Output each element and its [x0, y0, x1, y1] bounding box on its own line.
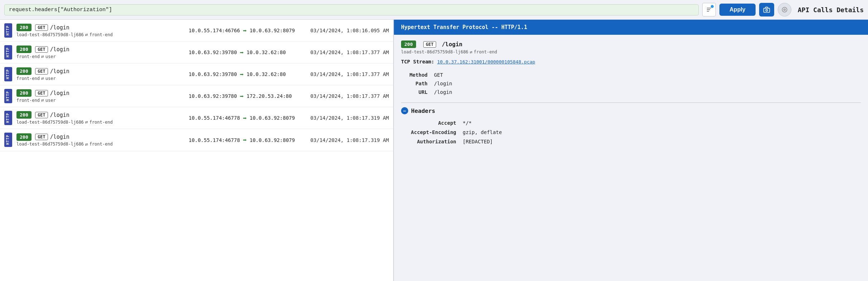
top-bar: request.headers["Authorization"] Apply A… — [0, 0, 868, 20]
api-call-row[interactable]: HTTP 200 GET /login front-end ⇄ user 10.… — [0, 42, 393, 63]
api-call-row[interactable]: HTTP 200 GET /login load-test-86d75759d8… — [0, 129, 393, 151]
row-meta: 200 GET /login front-end ⇄ user — [16, 67, 182, 81]
header-key: Authorization — [402, 137, 459, 146]
tcp-stream-row: TCP Stream: 10.0.37.162:31001/0000001058… — [401, 59, 861, 65]
filter-icon-button[interactable] — [702, 3, 716, 16]
detail-method-value: GET — [431, 71, 860, 79]
detail-method-key: Method — [402, 71, 430, 79]
method-badge: GET — [35, 112, 48, 118]
camera-button[interactable] — [759, 3, 774, 16]
detail-api-row: 200 GET /login — [401, 41, 861, 48]
apply-button[interactable]: Apply — [719, 4, 755, 16]
source-label: load-test-86d75759d8-lj686 — [16, 32, 84, 37]
detail-arrow-icon: ⇄ — [470, 49, 472, 54]
dst-ip: 172.20.53.24:80 — [247, 93, 292, 99]
filter-active-dot — [710, 5, 714, 8]
exchange-icon: ⇄ — [41, 54, 44, 59]
arrow-right-icon: ➡ — [240, 49, 244, 56]
dest-label: user — [45, 54, 56, 59]
dest-label: front-end — [90, 120, 113, 125]
http-badge: HTTP — [4, 45, 12, 59]
tcp-stream-label: TCP Stream: — [401, 59, 434, 65]
detail-url-value: /login — [431, 88, 860, 96]
header-key: Accept — [402, 119, 459, 127]
timestamp: 03/14/2024, 1:08:17.377 AM — [310, 49, 389, 55]
api-calls-list: HTTP 200 GET /login load-test-86d75759d8… — [0, 20, 394, 281]
filter-expression-input[interactable]: request.headers["Authorization"] — [4, 4, 699, 15]
headers-table: Accept */* Accept-Encoding gzip, deflate… — [401, 118, 861, 147]
api-call-row[interactable]: HTTP 200 GET /login front-end ⇄ user 10.… — [0, 63, 393, 85]
http-badge: HTTP — [4, 23, 12, 38]
path-text: /login — [50, 90, 69, 96]
headers-title-row: − Headers — [401, 107, 861, 114]
circle-target-button[interactable] — [778, 3, 791, 16]
header-row: Authorization [REDACTED] — [402, 137, 860, 146]
ip-section: 10.0.55.174:46766 ➡ 10.0.63.92:8079 — [189, 27, 303, 34]
exchange-icon: ⇄ — [85, 142, 88, 147]
details-panel: Hypertext Transfer Protocol -- HTTP/1.1 … — [394, 20, 868, 281]
path-text: /login — [50, 46, 69, 53]
status-badge: 200 — [16, 111, 32, 119]
ip-section: 10.0.55.174:46778 ➡ 10.0.63.92:8079 — [189, 114, 303, 122]
dst-ip: 10.0.63.92:8079 — [250, 28, 295, 33]
timestamp: 03/14/2024, 1:08:16.095 AM — [310, 28, 389, 33]
headers-section: − Headers Accept */* Accept-Encoding gzi… — [401, 107, 861, 147]
detail-path-key: Path — [402, 80, 430, 87]
path-text: /login — [50, 24, 69, 31]
api-call-row[interactable]: HTTP 200 GET /login load-test-86d75759d8… — [0, 107, 393, 129]
detail-method-row: Method GET — [402, 71, 860, 79]
detail-source-label: load-test-86d75759d8-lj686 — [401, 49, 468, 54]
api-call-row[interactable]: HTTP 200 GET /login front-end ⇄ user 10.… — [0, 85, 393, 107]
detail-properties-table: Method GET Path /login URL /login — [401, 70, 861, 97]
svg-point-5 — [782, 7, 787, 12]
path-text: /login — [50, 112, 69, 118]
detail-path-row: Path /login — [402, 80, 860, 87]
path-text: /login — [50, 134, 69, 140]
src-ip: 10.0.63.92:39780 — [189, 71, 237, 77]
method-badge: GET — [35, 68, 48, 75]
source-label: load-test-86d75759d8-lj686 — [16, 142, 84, 147]
source-label: front-end — [16, 98, 40, 103]
svg-point-4 — [766, 9, 767, 11]
header-key: Accept-Encoding — [402, 128, 459, 137]
dest-label: front-end — [90, 32, 113, 37]
row-bottom: front-end ⇄ user — [16, 97, 182, 103]
row-meta: 200 GET /login front-end ⇄ user — [16, 46, 182, 59]
row-bottom: front-end ⇄ user — [16, 76, 182, 81]
src-ip: 10.0.55.174:46778 — [189, 137, 240, 143]
arrow-right-icon: ➡ — [243, 136, 247, 144]
details-divider — [401, 103, 861, 103]
exchange-icon: ⇄ — [41, 97, 44, 103]
src-ip: 10.0.55.174:46766 — [189, 28, 240, 33]
dest-label: user — [45, 98, 56, 103]
exchange-icon: ⇄ — [41, 76, 44, 81]
header-value: [REDACTED] — [460, 137, 860, 146]
source-label: front-end — [16, 54, 40, 59]
row-bottom: front-end ⇄ user — [16, 54, 182, 59]
detail-status-badge: 200 — [401, 41, 416, 48]
collapse-headers-icon[interactable]: − — [401, 107, 408, 114]
ip-section: 10.0.63.92:39780 ➡ 10.0.32.62:80 — [189, 71, 303, 78]
api-call-row[interactable]: HTTP 200 GET /login load-test-86d75759d8… — [0, 20, 393, 42]
row-top: 200 GET /login — [16, 46, 182, 53]
status-badge: 200 — [16, 67, 32, 75]
method-badge: GET — [35, 134, 48, 140]
row-bottom: load-test-86d75759d8-lj686 ⇄ front-end — [16, 32, 182, 37]
details-content: 200 GET /login load-test-86d75759d8-lj68… — [394, 35, 868, 152]
detail-path-value: /login — [431, 80, 860, 87]
row-meta: 200 GET /login load-test-86d75759d8-lj68… — [16, 111, 182, 125]
row-bottom: load-test-86d75759d8-lj686 ⇄ front-end — [16, 119, 182, 125]
svg-point-6 — [784, 9, 786, 11]
row-top: 200 GET /login — [16, 89, 182, 97]
http-badge: HTTP — [4, 89, 12, 103]
tcp-stream-link[interactable]: 10.0.37.162:31001/000000105848.pcap — [437, 59, 535, 65]
detail-source-dest: load-test-86d75759d8-lj686 ⇄ front-end — [401, 49, 861, 54]
main-content: HTTP 200 GET /login load-test-86d75759d8… — [0, 20, 868, 281]
source-label: load-test-86d75759d8-lj686 — [16, 120, 84, 125]
status-badge: 200 — [16, 89, 32, 97]
method-badge: GET — [35, 46, 48, 53]
http-badge: HTTP — [4, 67, 12, 81]
detail-path-text: /login — [442, 41, 463, 48]
ip-section: 10.0.63.92:39780 ➡ 10.0.32.62:80 — [189, 49, 303, 56]
header-value: gzip, deflate — [460, 128, 860, 137]
